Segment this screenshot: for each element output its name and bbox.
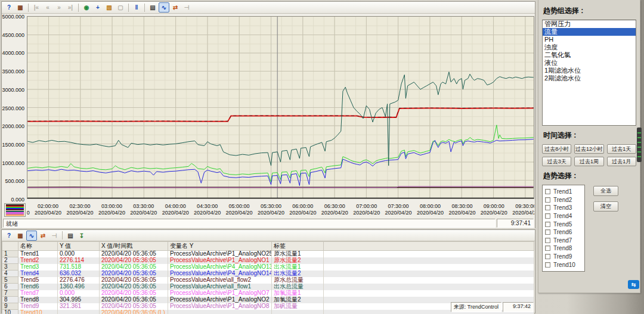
trend-colors-legend-icon[interactable] [4, 203, 26, 217]
table-row[interactable]: 7Trend70.0002020/04/20 05:36:05ProcessVa… [2, 290, 534, 297]
ruler-icon[interactable]: ∿ [26, 231, 37, 241]
table-row[interactable]: 6Trend61360.4962020/04/20 05:36:05Proces… [2, 284, 534, 290]
trend-group-item[interactable]: 流量 [543, 28, 636, 36]
checkbox[interactable] [545, 262, 550, 268]
status-message: 就绪 [3, 219, 496, 228]
selection-panel: 趋势组选择 : 管网压力流量PH浊度二氧化氯液位1期滤池水位2期滤池水位 时间选… [538, 0, 640, 293]
checkbox-label: Trend4 [553, 213, 572, 219]
relative-axes-icon[interactable]: ⊣ [181, 2, 192, 13]
time-range-button[interactable]: 过去12小时 [574, 144, 603, 154]
help-icon[interactable]: ? [4, 2, 14, 13]
table-column-header[interactable]: Y 值 [58, 242, 100, 251]
cell-num: 9 [2, 303, 18, 310]
time-range-button[interactable]: 过去1周 [574, 157, 603, 166]
toolbar-separator [78, 4, 79, 12]
trend-checkbox-row[interactable]: Trend2 [545, 196, 582, 204]
first-record-icon[interactable]: |« [31, 2, 42, 13]
export-icon[interactable]: ⇄ [170, 2, 181, 13]
trend-plot[interactable] [27, 16, 534, 199]
trend-group-item[interactable]: PH [543, 36, 636, 43]
move-trend-icon[interactable]: + [92, 2, 103, 13]
trend-group-item[interactable]: 液位 [543, 59, 636, 67]
toolbar-separator [144, 4, 145, 12]
table-row[interactable]: 4Trend4636.0322020/04/20 05:36:05Process… [2, 271, 534, 277]
checkbox[interactable] [545, 229, 550, 235]
checkbox[interactable] [545, 254, 550, 259]
time-range-button[interactable]: 过去8小时 [542, 144, 571, 154]
y-tick-label: 5000.000 [2, 14, 24, 20]
screen-edge-grip[interactable] [637, 128, 642, 162]
cell-y: 304.995 [58, 297, 100, 303]
cell-name: Trend9 [18, 303, 58, 310]
table-row[interactable]: 5Trend52276.4762020/04/20 05:36:05Proces… [2, 277, 534, 284]
checkbox[interactable] [545, 245, 550, 251]
export-file-icon[interactable]: ↧ [76, 231, 87, 241]
checkbox[interactable] [545, 222, 550, 227]
table-column-header[interactable]: 标签 [272, 242, 324, 251]
time-range-button[interactable]: 过去1月 [607, 157, 636, 166]
trend-checkbox-row[interactable]: Trend1 [545, 188, 582, 196]
next-record-icon[interactable]: » [54, 2, 64, 13]
checkbox[interactable] [545, 213, 550, 219]
table-column-header[interactable] [2, 242, 18, 251]
cell-y: 636.032 [58, 271, 100, 277]
trend-checkbox-row[interactable]: Trend4 [545, 212, 582, 220]
table-column-header[interactable]: 名称 [18, 242, 58, 251]
trend-group-item[interactable]: 二氧化氯 [543, 51, 636, 59]
trend-checkbox-row[interactable]: Trend9 [545, 253, 582, 261]
table-source-label: 来源: TrendControl [451, 302, 501, 312]
time-buttons: 过去8小时过去12小时过去1天过去3天过去1周过去1月 [542, 144, 636, 166]
trend-group-item[interactable]: 2期滤池水位 [543, 74, 636, 82]
properties-icon[interactable]: ▦ [15, 231, 26, 241]
select-time-range-icon[interactable]: ▢ [115, 2, 126, 13]
table-row[interactable]: 2Trend22276.1142020/04/20 05:36:05Proces… [2, 257, 534, 264]
table-row[interactable]: 3Trend3731.5182020/04/20 05:36:05Process… [2, 264, 534, 271]
checkbox[interactable] [545, 197, 550, 203]
help-icon[interactable]: ? [4, 231, 14, 241]
statistics-icon[interactable]: ⊣ [49, 231, 60, 241]
zoom-icon[interactable]: ◉ [81, 2, 92, 13]
pause-icon[interactable]: ‖ [131, 2, 142, 13]
cell-y: 1360.496 [58, 284, 100, 290]
table-column-header[interactable]: 变量名 Y [168, 242, 272, 251]
checkbox[interactable] [545, 238, 550, 243]
previous-record-icon[interactable]: « [42, 2, 53, 13]
ruler-icon[interactable]: ∿ [159, 2, 169, 13]
table-column-header[interactable]: X 值/时间戳 [100, 242, 168, 251]
clear-button[interactable]: 清空 [593, 201, 618, 212]
cell-tag: 原水流量1 [272, 251, 324, 257]
y-tick-label: 2500.000 [2, 105, 24, 111]
cell-var: ProcessValueArchive\P4_AnalogNO13 [168, 264, 272, 271]
trend-checkbox-row[interactable]: Trend8 [545, 244, 582, 253]
remote-control-tray-icon[interactable]: ⇆ [628, 280, 639, 289]
cell-tag: 加矾流量 [272, 303, 324, 310]
original-view-icon[interactable]: ▧ [104, 2, 114, 13]
trend-checkbox-row[interactable]: Trend5 [545, 220, 582, 228]
trend-checkbox-row[interactable]: Trend7 [545, 237, 582, 245]
trend-checkbox-row[interactable]: Trend10 [545, 260, 582, 269]
table-column-header[interactable] [324, 242, 534, 251]
cell-var: ProcessValueArchive\P4_AnalogNO14 [168, 271, 272, 277]
trend-group-item[interactable]: 管网压力 [543, 20, 636, 28]
table-row[interactable]: 1Trend10.0002020/04/20 05:36:05ProcessVa… [2, 251, 534, 257]
y-tick-label: 1000.000 [2, 160, 24, 166]
checkbox-label: Trend5 [553, 221, 572, 228]
toolbar-separator [128, 4, 129, 12]
series-Trend6 [27, 72, 533, 166]
print-icon[interactable]: ▤ [147, 2, 158, 13]
trend-group-listbox[interactable]: 管网压力流量PH浊度二氧化氯液位1期滤池水位2期滤池水位 [542, 20, 636, 126]
checkbox[interactable] [545, 205, 550, 210]
trend-group-item[interactable]: 1期滤池水位 [543, 67, 636, 74]
checkbox[interactable] [545, 189, 550, 194]
trend-group-item[interactable]: 浊度 [543, 43, 636, 51]
cell-tag: 加氯流量1 [272, 290, 324, 297]
time-range-button[interactable]: 过去1天 [607, 144, 636, 154]
select-all-button[interactable]: 全选 [593, 186, 618, 196]
trend-checkbox-row[interactable]: Trend3 [545, 204, 582, 212]
print-icon[interactable]: ▤ [65, 231, 76, 241]
time-range-button[interactable]: 过去3天 [542, 157, 571, 166]
export-data-icon[interactable]: ⇄ [38, 231, 48, 241]
trend-checkbox-row[interactable]: Trend6 [545, 228, 582, 237]
properties-icon[interactable]: ▦ [15, 2, 26, 13]
last-record-icon[interactable]: »| [65, 2, 76, 13]
